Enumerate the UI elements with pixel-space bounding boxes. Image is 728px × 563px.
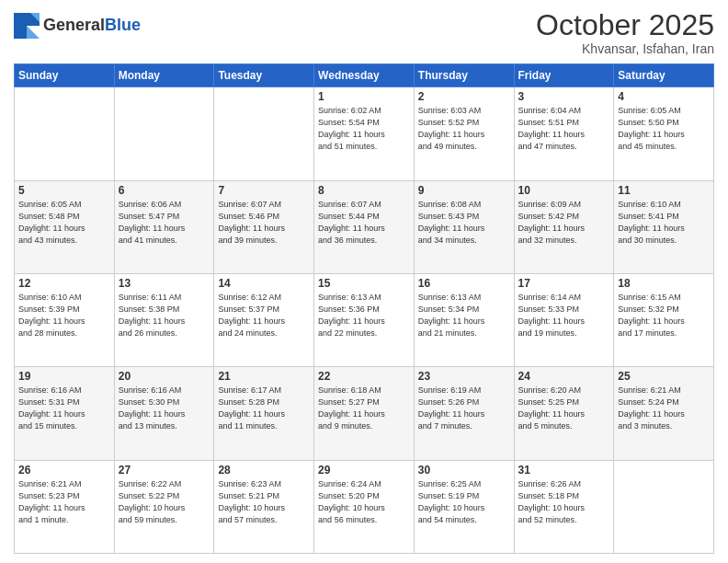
week-row-4: 26Sunrise: 6:21 AM Sunset: 5:23 PM Dayli… bbox=[15, 460, 714, 553]
day-info-26: Sunrise: 6:21 AM Sunset: 5:23 PM Dayligh… bbox=[18, 478, 110, 526]
day-number-22: 22 bbox=[318, 370, 410, 383]
week-row-2: 12Sunrise: 6:10 AM Sunset: 5:39 PM Dayli… bbox=[15, 273, 714, 366]
day-info-7: Sunrise: 6:07 AM Sunset: 5:46 PM Dayligh… bbox=[218, 199, 310, 247]
day-number-30: 30 bbox=[418, 464, 510, 477]
day-info-11: Sunrise: 6:10 AM Sunset: 5:41 PM Dayligh… bbox=[618, 199, 710, 247]
week-row-1: 5Sunrise: 6:05 AM Sunset: 5:48 PM Daylig… bbox=[15, 180, 714, 273]
header-saturday: Saturday bbox=[614, 64, 714, 87]
calendar-cell-w4-d6 bbox=[614, 460, 714, 553]
location-title: Khvansar, Isfahan, Iran bbox=[536, 41, 714, 56]
day-info-18: Sunrise: 6:15 AM Sunset: 5:32 PM Dayligh… bbox=[618, 292, 710, 339]
calendar-cell-w3-d3: 22Sunrise: 6:18 AM Sunset: 5:27 PM Dayli… bbox=[314, 367, 415, 460]
day-info-30: Sunrise: 6:25 AM Sunset: 5:19 PM Dayligh… bbox=[418, 478, 510, 526]
day-number-1: 1 bbox=[318, 90, 410, 103]
day-number-28: 28 bbox=[218, 464, 310, 477]
day-number-31: 31 bbox=[518, 464, 610, 477]
calendar-cell-w0-d1 bbox=[114, 87, 214, 180]
day-number-8: 8 bbox=[318, 184, 410, 197]
calendar-cell-w2-d6: 18Sunrise: 6:15 AM Sunset: 5:32 PM Dayli… bbox=[614, 273, 714, 366]
week-row-0: 1Sunrise: 6:02 AM Sunset: 5:54 PM Daylig… bbox=[15, 87, 714, 180]
day-number-21: 21 bbox=[218, 370, 310, 383]
calendar-cell-w0-d6: 4Sunrise: 6:05 AM Sunset: 5:50 PM Daylig… bbox=[614, 87, 714, 180]
day-info-19: Sunrise: 6:16 AM Sunset: 5:31 PM Dayligh… bbox=[18, 385, 110, 432]
day-number-23: 23 bbox=[418, 370, 510, 383]
day-number-13: 13 bbox=[119, 277, 210, 290]
month-title: October 2025 bbox=[536, 9, 714, 41]
calendar-table: Sunday Monday Tuesday Wednesday Thursday… bbox=[14, 63, 714, 554]
title-block: October 2025 Khvansar, Isfahan, Iran bbox=[536, 9, 714, 56]
day-info-10: Sunrise: 6:09 AM Sunset: 5:42 PM Dayligh… bbox=[518, 199, 610, 247]
calendar-cell-w3-d2: 21Sunrise: 6:17 AM Sunset: 5:28 PM Dayli… bbox=[214, 367, 314, 460]
day-info-25: Sunrise: 6:21 AM Sunset: 5:24 PM Dayligh… bbox=[618, 385, 710, 432]
calendar-cell-w0-d4: 2Sunrise: 6:03 AM Sunset: 5:52 PM Daylig… bbox=[414, 87, 514, 180]
day-number-6: 6 bbox=[119, 184, 210, 197]
day-info-29: Sunrise: 6:24 AM Sunset: 5:20 PM Dayligh… bbox=[318, 478, 410, 526]
day-info-15: Sunrise: 6:13 AM Sunset: 5:36 PM Dayligh… bbox=[318, 292, 410, 339]
day-number-14: 14 bbox=[218, 277, 310, 290]
logo-icon bbox=[14, 13, 40, 39]
calendar-cell-w2-d0: 12Sunrise: 6:10 AM Sunset: 5:39 PM Dayli… bbox=[15, 273, 115, 366]
calendar-header-row: Sunday Monday Tuesday Wednesday Thursday… bbox=[15, 64, 714, 87]
day-info-22: Sunrise: 6:18 AM Sunset: 5:27 PM Dayligh… bbox=[318, 385, 410, 432]
calendar-cell-w1-d2: 7Sunrise: 6:07 AM Sunset: 5:46 PM Daylig… bbox=[214, 180, 314, 273]
day-info-9: Sunrise: 6:08 AM Sunset: 5:43 PM Dayligh… bbox=[418, 199, 510, 247]
day-number-18: 18 bbox=[618, 277, 710, 290]
calendar-cell-w1-d6: 11Sunrise: 6:10 AM Sunset: 5:41 PM Dayli… bbox=[614, 180, 714, 273]
day-info-5: Sunrise: 6:05 AM Sunset: 5:48 PM Dayligh… bbox=[18, 199, 110, 247]
day-info-2: Sunrise: 6:03 AM Sunset: 5:52 PM Dayligh… bbox=[418, 105, 510, 153]
header-friday: Friday bbox=[514, 64, 614, 87]
calendar-cell-w0-d5: 3Sunrise: 6:04 AM Sunset: 5:51 PM Daylig… bbox=[514, 87, 614, 180]
logo-blue: Blue bbox=[105, 17, 141, 35]
calendar-cell-w1-d1: 6Sunrise: 6:06 AM Sunset: 5:47 PM Daylig… bbox=[114, 180, 214, 273]
day-info-24: Sunrise: 6:20 AM Sunset: 5:25 PM Dayligh… bbox=[518, 385, 610, 432]
header-sunday: Sunday bbox=[15, 64, 115, 87]
day-number-20: 20 bbox=[119, 370, 210, 383]
calendar-cell-w1-d0: 5Sunrise: 6:05 AM Sunset: 5:48 PM Daylig… bbox=[15, 180, 115, 273]
day-number-16: 16 bbox=[418, 277, 510, 290]
day-info-31: Sunrise: 6:26 AM Sunset: 5:18 PM Dayligh… bbox=[518, 478, 610, 526]
day-info-20: Sunrise: 6:16 AM Sunset: 5:30 PM Dayligh… bbox=[119, 385, 210, 432]
day-number-12: 12 bbox=[18, 277, 110, 290]
day-number-27: 27 bbox=[119, 464, 210, 477]
header: General Blue October 2025 Khvansar, Isfa… bbox=[14, 9, 714, 56]
header-monday: Monday bbox=[114, 64, 214, 87]
day-number-26: 26 bbox=[18, 464, 110, 477]
calendar-cell-w3-d6: 25Sunrise: 6:21 AM Sunset: 5:24 PM Dayli… bbox=[614, 367, 714, 460]
day-info-16: Sunrise: 6:13 AM Sunset: 5:34 PM Dayligh… bbox=[418, 292, 510, 339]
calendar-cell-w4-d3: 29Sunrise: 6:24 AM Sunset: 5:20 PM Dayli… bbox=[314, 460, 415, 553]
header-tuesday: Tuesday bbox=[214, 64, 314, 87]
calendar-cell-w4-d2: 28Sunrise: 6:23 AM Sunset: 5:21 PM Dayli… bbox=[214, 460, 314, 553]
calendar-cell-w1-d5: 10Sunrise: 6:09 AM Sunset: 5:42 PM Dayli… bbox=[514, 180, 614, 273]
day-number-5: 5 bbox=[18, 184, 110, 197]
logo: General Blue bbox=[14, 13, 141, 39]
day-number-15: 15 bbox=[318, 277, 410, 290]
day-info-3: Sunrise: 6:04 AM Sunset: 5:51 PM Dayligh… bbox=[518, 105, 610, 153]
day-number-7: 7 bbox=[218, 184, 310, 197]
calendar-cell-w1-d3: 8Sunrise: 6:07 AM Sunset: 5:44 PM Daylig… bbox=[314, 180, 415, 273]
calendar-cell-w2-d4: 16Sunrise: 6:13 AM Sunset: 5:34 PM Dayli… bbox=[414, 273, 514, 366]
day-info-4: Sunrise: 6:05 AM Sunset: 5:50 PM Dayligh… bbox=[618, 105, 710, 153]
calendar-cell-w2-d5: 17Sunrise: 6:14 AM Sunset: 5:33 PM Dayli… bbox=[514, 273, 614, 366]
day-number-2: 2 bbox=[418, 90, 510, 103]
day-info-13: Sunrise: 6:11 AM Sunset: 5:38 PM Dayligh… bbox=[119, 292, 210, 339]
svg-marker-3 bbox=[27, 26, 40, 39]
day-info-27: Sunrise: 6:22 AM Sunset: 5:22 PM Dayligh… bbox=[119, 478, 210, 526]
calendar-cell-w2-d3: 15Sunrise: 6:13 AM Sunset: 5:36 PM Dayli… bbox=[314, 273, 415, 366]
calendar-cell-w3-d0: 19Sunrise: 6:16 AM Sunset: 5:31 PM Dayli… bbox=[15, 367, 115, 460]
calendar-cell-w4-d4: 30Sunrise: 6:25 AM Sunset: 5:19 PM Dayli… bbox=[414, 460, 514, 553]
day-number-9: 9 bbox=[418, 184, 510, 197]
day-info-23: Sunrise: 6:19 AM Sunset: 5:26 PM Dayligh… bbox=[418, 385, 510, 432]
header-wednesday: Wednesday bbox=[314, 64, 415, 87]
day-number-10: 10 bbox=[518, 184, 610, 197]
day-number-4: 4 bbox=[618, 90, 710, 103]
calendar-cell-w4-d1: 27Sunrise: 6:22 AM Sunset: 5:22 PM Dayli… bbox=[114, 460, 214, 553]
day-number-29: 29 bbox=[318, 464, 410, 477]
header-thursday: Thursday bbox=[414, 64, 514, 87]
day-number-19: 19 bbox=[18, 370, 110, 383]
svg-rect-0 bbox=[14, 13, 27, 26]
calendar-cell-w0-d3: 1Sunrise: 6:02 AM Sunset: 5:54 PM Daylig… bbox=[314, 87, 415, 180]
calendar-cell-w2-d2: 14Sunrise: 6:12 AM Sunset: 5:37 PM Dayli… bbox=[214, 273, 314, 366]
calendar-cell-w4-d0: 26Sunrise: 6:21 AM Sunset: 5:23 PM Dayli… bbox=[15, 460, 115, 553]
day-number-17: 17 bbox=[518, 277, 610, 290]
day-info-14: Sunrise: 6:12 AM Sunset: 5:37 PM Dayligh… bbox=[218, 292, 310, 339]
